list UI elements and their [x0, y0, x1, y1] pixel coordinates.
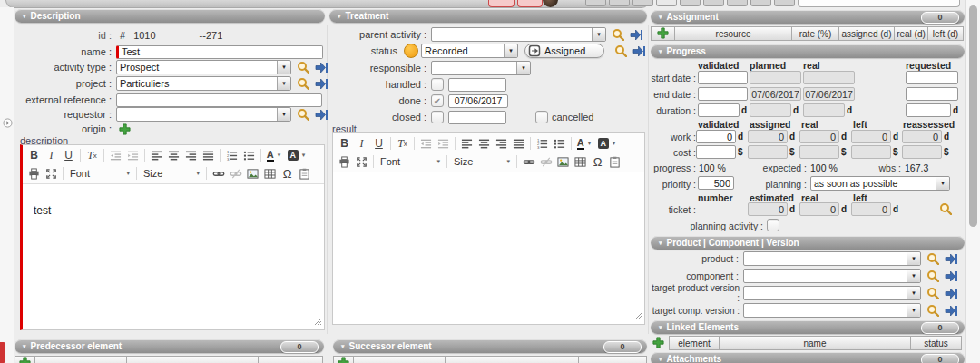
- toolbar-search-box-partial[interactable]: [798, 0, 960, 7]
- cost-validated-input[interactable]: [696, 145, 736, 159]
- size-dropdown[interactable]: Size▾: [450, 154, 514, 169]
- paste-icon[interactable]: [606, 154, 623, 170]
- remove-format-button[interactable]: Tx: [394, 136, 411, 152]
- duration-validated-input[interactable]: [698, 103, 740, 117]
- italic-button[interactable]: I: [43, 148, 60, 163]
- chevron-down-icon[interactable]: ▾: [516, 62, 530, 74]
- background-color-button[interactable]: A▾: [287, 148, 309, 163]
- search-icon[interactable]: [939, 202, 952, 217]
- unlink-icon[interactable]: [537, 154, 554, 170]
- search-icon[interactable]: [613, 44, 627, 58]
- search-icon[interactable]: [611, 28, 624, 42]
- requestor-select[interactable]: ▾: [116, 107, 291, 122]
- numbered-list-icon[interactable]: 123: [534, 136, 551, 152]
- scrollbar-thumb[interactable]: [969, 5, 977, 227]
- result-editor[interactable]: B I U Tx 123 A▾ A▾ Font▾ Size▾: [332, 132, 645, 325]
- font-dropdown[interactable]: Font▾: [377, 154, 444, 169]
- goto-icon[interactable]: [944, 270, 957, 283]
- underline-button[interactable]: U: [60, 148, 77, 163]
- special-char-button[interactable]: Ω: [589, 154, 606, 170]
- end-date-validated-input[interactable]: [698, 87, 748, 101]
- font-dropdown[interactable]: Font▾: [66, 166, 133, 181]
- table-icon[interactable]: [572, 154, 589, 170]
- maximize-icon[interactable]: [43, 166, 60, 182]
- external-reference-input[interactable]: [116, 93, 322, 107]
- description-panel-header[interactable]: ▾Description: [15, 9, 325, 23]
- special-char-button[interactable]: Ω: [279, 166, 296, 182]
- italic-button[interactable]: I: [353, 136, 370, 152]
- chevron-down-icon[interactable]: ▾: [936, 177, 949, 190]
- toolbar-button-partial[interactable]: [680, 0, 701, 6]
- handled-date-input[interactable]: [448, 78, 506, 92]
- print-icon[interactable]: [25, 166, 43, 182]
- next-status-button[interactable]: Assigned: [524, 44, 604, 58]
- align-right-icon[interactable]: [493, 136, 510, 152]
- goto-icon[interactable]: [314, 108, 328, 122]
- bold-button[interactable]: B: [336, 136, 353, 152]
- align-left-icon[interactable]: [148, 148, 165, 163]
- search-icon[interactable]: [926, 270, 939, 283]
- remove-format-button[interactable]: Tx: [83, 148, 101, 163]
- handled-checkbox[interactable]: [431, 78, 444, 91]
- cancelled-checkbox[interactable]: [535, 111, 548, 123]
- toolbar-button-partial[interactable]: [750, 0, 771, 6]
- parent-activity-select[interactable]: ▾: [431, 27, 606, 42]
- toolbar-red-button-partial[interactable]: [517, 0, 543, 7]
- chevron-down-icon[interactable]: ▾: [592, 28, 605, 41]
- image-icon[interactable]: [554, 154, 572, 170]
- text-color-button[interactable]: A▾: [264, 148, 287, 163]
- product-select[interactable]: ▾: [743, 251, 921, 266]
- goto-icon[interactable]: [629, 28, 642, 42]
- unlink-icon[interactable]: [227, 166, 244, 182]
- add-origin-icon[interactable]: [118, 123, 132, 136]
- product-panel-header[interactable]: ▾Product | Component | Version: [651, 236, 965, 250]
- goto-icon[interactable]: [944, 252, 957, 266]
- goto-icon[interactable]: [944, 287, 957, 300]
- chevron-down-icon[interactable]: ▾: [906, 287, 920, 299]
- project-select[interactable]: Particuliers▾: [116, 76, 291, 91]
- chevron-down-icon[interactable]: ▾: [906, 304, 920, 317]
- add-linked-element-icon[interactable]: [652, 337, 664, 350]
- planning-activity-checkbox[interactable]: [767, 219, 779, 231]
- name-input[interactable]: Test: [116, 45, 323, 59]
- search-icon[interactable]: [296, 108, 309, 122]
- done-date-input[interactable]: 07/06/2017: [448, 94, 508, 108]
- align-right-icon[interactable]: [182, 148, 200, 163]
- progress-panel-header[interactable]: ▾Progress: [651, 44, 965, 58]
- outdent-icon[interactable]: [107, 148, 124, 163]
- add-assignment-icon[interactable]: [657, 27, 669, 41]
- description-editor[interactable]: B I U Tx 123 A▾ A▾ Font▾ Size▾: [20, 144, 325, 330]
- work-validated-input[interactable]: 0: [696, 130, 736, 143]
- chevron-down-icon[interactable]: ▾: [906, 252, 920, 265]
- maximize-icon[interactable]: [353, 154, 370, 170]
- search-icon[interactable]: [926, 252, 939, 266]
- link-icon[interactable]: [210, 166, 227, 182]
- print-icon[interactable]: [336, 154, 353, 170]
- link-icon[interactable]: [520, 154, 537, 170]
- numbered-list-icon[interactable]: 123: [223, 148, 240, 163]
- planning-select[interactable]: as soon as possible▾: [810, 176, 950, 191]
- chevron-down-icon[interactable]: ▾: [277, 108, 290, 121]
- treatment-panel-header[interactable]: ▾Treatment: [329, 9, 647, 23]
- linked-elements-panel-header[interactable]: ▾Linked Elements0: [651, 320, 965, 334]
- toolbar-button-partial[interactable]: [656, 0, 677, 6]
- priority-input[interactable]: 500: [698, 176, 734, 190]
- responsible-select[interactable]: ▾: [431, 61, 531, 75]
- predecessor-panel-header[interactable]: ▾Predecessor element0: [15, 339, 324, 353]
- bulleted-list-icon[interactable]: [240, 148, 258, 163]
- target-component-version-select[interactable]: ▾: [743, 303, 921, 318]
- text-color-button[interactable]: A▾: [574, 136, 597, 152]
- goto-icon[interactable]: [632, 44, 645, 58]
- underline-button[interactable]: U: [370, 136, 387, 152]
- indent-icon[interactable]: [435, 136, 452, 152]
- align-left-icon[interactable]: [458, 136, 475, 152]
- search-icon[interactable]: [296, 61, 309, 74]
- toolbar-button-partial[interactable]: [585, 0, 606, 6]
- chevron-down-icon[interactable]: ▾: [277, 77, 290, 90]
- bold-button[interactable]: B: [25, 148, 43, 163]
- toolbar-button-partial[interactable]: [609, 0, 630, 6]
- justify-icon[interactable]: [510, 136, 527, 152]
- goto-icon[interactable]: [314, 61, 328, 74]
- chevron-down-icon[interactable]: ▾: [277, 61, 290, 74]
- status-select[interactable]: Recorded▾: [421, 44, 518, 58]
